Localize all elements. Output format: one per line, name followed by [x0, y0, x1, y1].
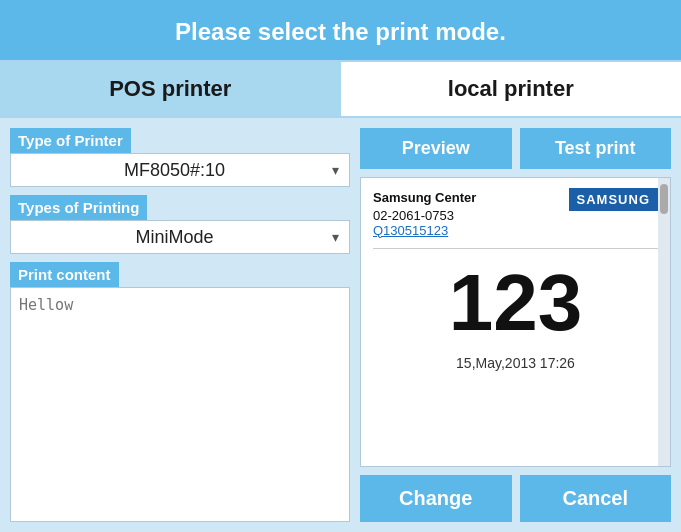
preview-company-name: Samsung Center — [373, 188, 476, 208]
tab-row: POS printer local printer — [0, 60, 681, 118]
printing-type-select[interactable]: MiniMode — [21, 227, 328, 247]
print-content-label: Print content — [10, 262, 119, 287]
samsung-logo-area: SAMSUNG — [569, 188, 658, 211]
preview-number: 123 — [373, 259, 658, 347]
header-title: Please select the print mode. — [175, 18, 506, 45]
printing-type-label: Types of Printing — [10, 195, 147, 220]
print-content-section: Print content — [10, 262, 350, 522]
test-print-button[interactable]: Test print — [520, 128, 672, 169]
printing-type-arrow-icon: ▾ — [332, 229, 339, 245]
preview-header: Samsung Center 02-2061-0753 Q130515123 S… — [373, 188, 658, 238]
printer-type-section: Type of Printer MF8050#:10 ▾ — [10, 128, 350, 187]
main-content: Type of Printer MF8050#:10 ▾ Types of Pr… — [0, 118, 681, 532]
preview-phone: 02-2061-0753 — [373, 208, 476, 223]
printing-type-dropdown-wrapper: MiniMode ▾ — [10, 220, 350, 254]
printer-type-dropdown-wrapper: MF8050#:10 ▾ — [10, 153, 350, 187]
preview-id: Q130515123 — [373, 223, 476, 238]
preview-scrollbar[interactable] — [658, 178, 670, 466]
bottom-button-row: Change Cancel — [360, 475, 671, 522]
print-content-textarea[interactable] — [10, 287, 350, 522]
samsung-logo: SAMSUNG — [569, 188, 658, 211]
cancel-button[interactable]: Cancel — [520, 475, 672, 522]
preview-area: Samsung Center 02-2061-0753 Q130515123 S… — [360, 177, 671, 467]
change-button[interactable]: Change — [360, 475, 512, 522]
printer-type-arrow-icon: ▾ — [332, 162, 339, 178]
preview-company-info: Samsung Center 02-2061-0753 Q130515123 — [373, 188, 476, 238]
top-button-row: Preview Test print — [360, 128, 671, 169]
printing-type-section: Types of Printing MiniMode ▾ — [10, 195, 350, 254]
preview-button[interactable]: Preview — [360, 128, 512, 169]
printer-type-label: Type of Printer — [10, 128, 131, 153]
header: Please select the print mode. — [0, 0, 681, 60]
tab-local-printer[interactable]: local printer — [341, 62, 682, 116]
left-panel: Type of Printer MF8050#:10 ▾ Types of Pr… — [10, 128, 350, 522]
printer-type-select[interactable]: MF8050#:10 — [21, 160, 328, 180]
tab-pos-printer[interactable]: POS printer — [0, 62, 341, 116]
preview-datetime: 15,May,2013 17:26 — [373, 355, 658, 371]
right-panel: Preview Test print Samsung Center 02-206… — [360, 128, 671, 522]
preview-divider — [373, 248, 658, 249]
scrollbar-thumb — [660, 184, 668, 214]
app-container: Please select the print mode. POS printe… — [0, 0, 681, 532]
